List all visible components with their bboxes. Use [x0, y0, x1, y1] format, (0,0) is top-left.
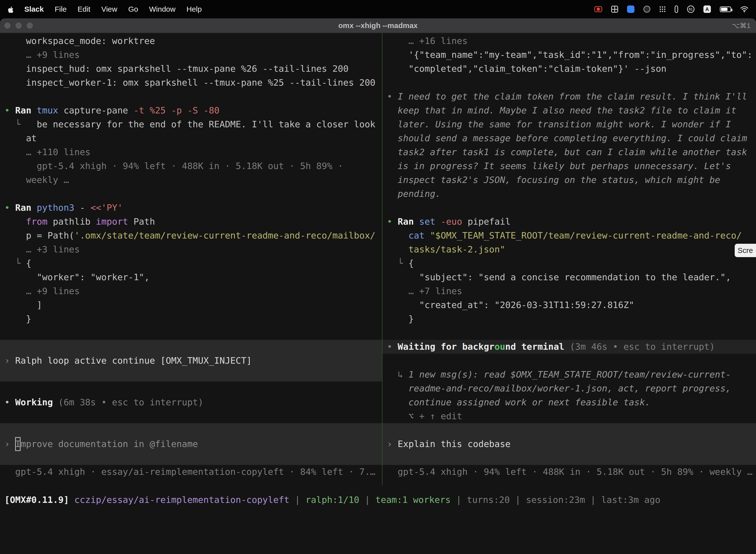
text-segment: •	[4, 397, 15, 407]
terminal-line: '{"team_name":"my-team","task_id":"1","f…	[382, 48, 756, 62]
terminal-line	[382, 76, 756, 90]
text-segment: gpt-5.4 xhigh · essay/ai-reimplementatio…	[4, 466, 376, 477]
input-source-icon[interactable]: A	[703, 5, 711, 13]
wifi-icon[interactable]	[740, 6, 749, 12]
text-segment: -t %25 -p -S -80	[133, 105, 219, 115]
terminal-line	[382, 201, 756, 215]
menu-view[interactable]: View	[101, 5, 117, 13]
text-segment: └	[4, 119, 37, 129]
terminal-line: workspace_mode: worktree	[0, 34, 382, 48]
text-segment	[69, 495, 74, 505]
text-segment: -euo	[441, 216, 467, 227]
text-segment: last:3m ago	[601, 495, 660, 505]
text-segment: }	[4, 314, 31, 324]
text-segment	[4, 216, 26, 227]
text-segment: … +9 lines	[4, 50, 80, 60]
terminal-line: "completed","claim_token":"claim-token"}…	[382, 62, 756, 76]
menu-go[interactable]: Go	[128, 5, 138, 13]
terminal-line: keep that in mind. Maybe I also need the…	[382, 104, 756, 117]
terminal-line: inspect_worker-1: omx sparkshell --tmux-…	[0, 76, 382, 90]
text-segment: "completed","claim_token":"claim-token"}…	[387, 63, 667, 74]
text-segment: at	[4, 133, 37, 143]
text-segment: Ran	[15, 105, 37, 115]
omx-status-text: [OMX#0.11.9] cczip/essay/ai-reimplementa…	[0, 493, 756, 507]
text-segment: •	[387, 341, 397, 352]
terminal-line: at	[0, 131, 382, 145]
prompt-suggestion-ralph[interactable]: › Ralph loop active continue [OMX_TMUX_I…	[0, 354, 382, 368]
prompt-suggestion-explain[interactable]: › Explain this codebase	[382, 437, 756, 451]
terminal-line: p = Path('.omx/state/team/review-current…	[0, 229, 382, 242]
text-segment: {	[408, 258, 414, 268]
terminal-line: gpt-5.4 xhigh · essay/ai-reimplementatio…	[0, 465, 382, 479]
terminal-line: cat "$OMX_TEAM_STATE_ROOT/team/review-cu…	[382, 229, 756, 242]
terminal-line: … +16 lines	[382, 34, 756, 48]
window-title: omx --xhigh --madmax	[0, 21, 756, 30]
text-segment: from	[26, 216, 53, 227]
omx-status-line: [OMX#0.11.9] cczip/essay/ai-reimplementa…	[0, 493, 756, 507]
text-segment: •	[387, 91, 397, 102]
text-segment: continue assigned work or next feasible …	[387, 397, 650, 407]
menu-bar: Slack File Edit View Go Window Help 61 A	[0, 0, 756, 18]
dots-grid-icon[interactable]	[659, 6, 666, 12]
text-segment: <<'PY'	[90, 203, 123, 213]
text-segment: Ran	[15, 203, 37, 213]
pill-icon[interactable]	[675, 5, 678, 13]
terminal-line: └ {	[0, 257, 382, 270]
text-segment: "$OMX_TEAM_STATE_ROOT/team/review-curren…	[430, 230, 742, 240]
text-segment: workspace_mode: worktree	[4, 36, 155, 46]
terminal-line: "worker": "worker-1",	[0, 270, 382, 284]
text-segment: Waiting for backgr	[397, 341, 494, 352]
terminal-line	[382, 423, 756, 437]
screen-recording-indicator[interactable]	[594, 6, 602, 12]
terminal-line	[0, 451, 382, 465]
text-segment: tasks/task-2.json"	[387, 244, 505, 255]
screen-notification-flap[interactable]: Scre	[735, 244, 756, 257]
terminal-window: workspace_mode: worktree … +9 lines insp…	[0, 33, 756, 554]
text-segment	[387, 230, 408, 240]
terminal-line: └ be necessary for the end of the README…	[0, 117, 382, 131]
menu-edit[interactable]: Edit	[78, 5, 90, 13]
terminal-line: tasks/task-2.json"	[382, 242, 756, 257]
text-segment: ralph:1/10	[306, 495, 359, 505]
text-segment: └	[387, 258, 408, 268]
text-segment: ›	[4, 355, 15, 366]
left-pane-content: workspace_mode: worktree … +9 lines insp…	[0, 34, 382, 479]
menu-file[interactable]: File	[55, 5, 66, 13]
text-segment: •	[4, 203, 15, 213]
text-segment: python3	[37, 203, 80, 213]
terminal-line: ↳ 1 new msg(s): read $OMX_TEAM_STATE_ROO…	[382, 368, 756, 382]
terminal-line	[0, 368, 382, 382]
gauge-61-icon[interactable]: 61	[687, 5, 694, 13]
text-segment: tmux	[37, 105, 63, 115]
text-segment: └	[4, 258, 26, 268]
terminal-line: … +110 lines	[0, 145, 382, 159]
app-menu-slack[interactable]: Slack	[24, 5, 44, 13]
text-segment: (3m 46s • esc to interrupt)	[570, 341, 715, 352]
text-segment: nd terminal	[505, 341, 570, 352]
terminal-line: should send a message before completing …	[382, 131, 756, 145]
prompt-input[interactable]: › Improve documentation in @filename	[0, 437, 382, 451]
raycast-icon[interactable]	[627, 5, 634, 13]
desktop-screen: Slack File Edit View Go Window Help 61 A	[0, 0, 756, 554]
apple-menu-icon[interactable]	[7, 6, 13, 13]
text-segment: -	[80, 203, 90, 213]
text-segment: later. Using the same for transition mig…	[387, 119, 731, 129]
dark-circle-icon[interactable]	[643, 6, 650, 13]
terminal-line: }	[382, 312, 756, 326]
text-segment: session:23m	[526, 495, 585, 505]
menu-window[interactable]: Window	[149, 5, 176, 13]
terminal-line: • I need to get the claim token from the…	[382, 90, 756, 104]
terminal-line: gpt-5.4 xhigh · 94% left · 488K in · 5.1…	[382, 465, 756, 479]
text-segment: cat	[408, 230, 430, 240]
text-segment: ou	[495, 341, 505, 352]
terminal-line: • Waiting for background terminal (3m 46…	[382, 340, 756, 354]
terminal-line: • Working (6m 38s • esc to interrupt)	[0, 395, 382, 409]
window-title-bar[interactable]: omx --xhigh --madmax ⌥⌘1	[0, 18, 756, 33]
window-grid-icon[interactable]	[611, 6, 618, 13]
battery-icon[interactable]	[720, 6, 731, 12]
terminal-pane-left[interactable]: workspace_mode: worktree … +9 lines insp…	[0, 34, 382, 481]
terminal-pane-right[interactable]: … +16 lines '{"team_name":"my-team","tas…	[382, 34, 756, 481]
terminal-line: inspect task2's JSON, focusing on the st…	[382, 173, 756, 187]
menu-help[interactable]: Help	[187, 5, 202, 13]
text-segment: … +16 lines	[387, 36, 467, 46]
